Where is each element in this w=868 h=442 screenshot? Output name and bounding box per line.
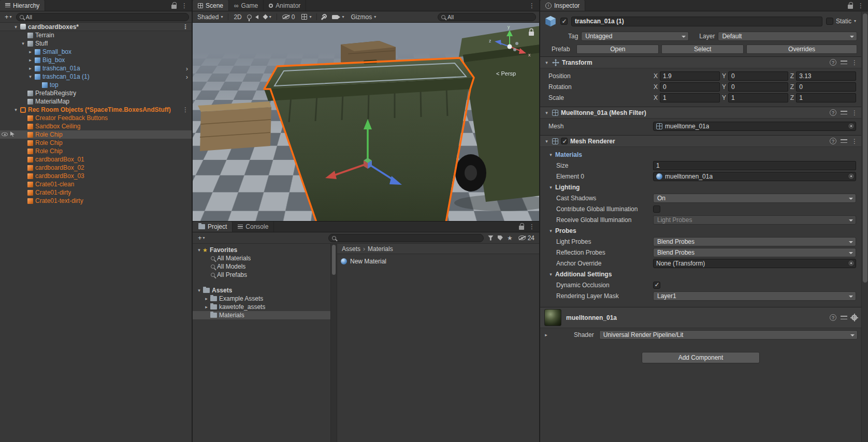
tab-inspector[interactable]: i Inspector [540,0,585,11]
tab-scene[interactable]: Scene [193,0,229,11]
project-search-input[interactable] [338,235,480,241]
anchor-object-field[interactable]: None (Transform) [653,259,856,268]
project-tree-row-kawetofe-assets[interactable]: ▸kawetofe_assets [193,303,330,311]
prefab-open-button[interactable]: Open [576,45,659,54]
hierarchy-row-cardboardboxes[interactable]: ▾cardboardboxes*⋮ [0,23,192,31]
expander-icon[interactable]: ▾ [20,41,26,46]
lighting-foldout[interactable]: ▾ Lighting [540,182,860,193]
panel-menu-icon[interactable]: ⋮ [529,2,535,9]
component-menu-icon[interactable]: ⋮ [851,59,858,66]
panel-menu-icon[interactable]: ⋮ [181,2,187,9]
project-tree-scrollbar[interactable] [330,244,337,442]
hierarchy-row-big-box[interactable]: ▸Big_box [0,56,192,64]
panel-menu-icon[interactable]: ⋮ [529,223,535,230]
project-tree-row-example-assets[interactable]: ▸Example Assets [193,294,330,303]
hierarchy-row-cardboardbox-03[interactable]: cardboardBox_03 [0,172,192,180]
scene-viewport[interactable]: y x z < Persp [193,23,539,221]
asset-list[interactable]: New Material [337,254,539,442]
second-trashcan[interactable] [455,26,539,202]
expander-icon[interactable]: ▸ [27,57,34,63]
rotation-z-input[interactable] [796,82,856,92]
tab-console[interactable]: Console [233,222,274,232]
hierarchy-row-trashcan-01a[interactable]: ▸trashcan_01a› [0,64,192,72]
project-tree-row-materials[interactable]: Materials [193,311,330,319]
pickability-icon[interactable] [10,131,15,137]
mesh-object-field[interactable]: muelltonne_01a [653,122,856,131]
position-z-input[interactable] [796,71,856,81]
expander-icon[interactable]: ▾ [12,24,19,30]
foldout-icon[interactable]: ▾ [544,110,549,115]
create-menu-button[interactable]: +▾ [3,13,14,21]
search-by-type-icon[interactable] [488,235,494,241]
object-picker-icon[interactable] [848,173,855,180]
help-icon[interactable]: ? [830,138,836,144]
rotation-y-input[interactable] [728,82,788,92]
expander-icon[interactable]: ▸ [27,66,34,71]
hierarchy-row-crate01-text-dirty[interactable]: Crate01-text-dirty [0,197,192,205]
static-checkbox[interactable] [826,18,833,25]
help-icon[interactable]: ? [830,59,836,66]
hierarchy-row-crate01-dirty[interactable]: Crate01-dirty [0,188,192,197]
lock-icon[interactable] [171,5,177,9]
gear-icon[interactable] [851,315,857,320]
scene-search[interactable] [438,13,536,21]
component-enabled-checkbox[interactable] [561,138,568,144]
hierarchy-search-input[interactable] [26,14,185,20]
expander-icon[interactable]: ▾ [196,247,202,253]
material-foldout-icon[interactable]: ▸ [543,332,549,337]
cast-shadows-dropdown[interactable]: On [653,194,856,203]
hierarchy-row-role-chip[interactable]: Role Chip [0,130,192,139]
hierarchy-row-prefabregistry[interactable]: PrefabRegistry [0,89,192,97]
hierarchy-row-role-chip[interactable]: Role Chip [0,147,192,155]
lock-icon[interactable] [848,5,853,9]
hidden-objects-toggle[interactable]: 0 [281,13,297,21]
hierarchy-row-terrain[interactable]: Terrain [0,31,192,39]
presets-icon[interactable] [841,138,847,144]
scene-search-input[interactable] [447,14,532,20]
search-by-label-icon[interactable] [498,235,503,241]
component-menu-icon[interactable]: ⋮ [851,109,858,116]
light-probes-dropdown[interactable]: Blend Probes [653,237,856,246]
rotation-x-input[interactable] [660,82,720,92]
tab-animator[interactable]: Animator [264,0,306,11]
help-icon[interactable]: ? [830,109,836,116]
prefab-overrides-button[interactable]: Overrides [746,45,857,54]
hierarchy-row-cardboardbox-02[interactable]: cardboardBox_02 [0,164,192,172]
probes-foldout[interactable]: ▾ Probes [540,225,860,236]
position-x-input[interactable] [660,71,720,81]
create-asset-button[interactable]: +▾ [196,234,207,242]
project-tree-row-all-materials[interactable]: All Materials [193,254,330,262]
tab-game[interactable]: ∞ Game [229,0,264,11]
lock-icon[interactable] [519,226,524,230]
scrollbar-thumb[interactable] [863,13,867,283]
breadcrumb-materials[interactable]: Materials [368,245,393,253]
toggle-2d-button[interactable]: 2D [232,13,243,21]
materials-foldout[interactable]: ▾ Materials [540,149,860,160]
prefab-select-button[interactable]: Select [661,45,744,54]
audio-toggle-icon[interactable] [255,15,258,19]
prefab-enter-chevron[interactable]: › [186,73,192,81]
reflection-probes-dropdown[interactable]: Blend Probes [653,248,856,257]
hierarchy-row-materialmap[interactable]: MaterialMap [0,97,192,106]
hierarchy-row-rec-room-objects-spacetime-boxesandstuff[interactable]: ▾Rec Room Objects (*SpaceTime.BoxesAndSt… [0,106,192,114]
project-tree-row-all-models[interactable]: All Models [193,262,330,271]
row-options-icon[interactable]: ⋮ [182,23,192,31]
additional-settings-foldout[interactable]: ▾ Additional Settings [540,269,860,279]
object-picker-icon[interactable] [848,260,855,267]
scale-z-input[interactable] [796,93,856,102]
materials-size-input[interactable] [653,161,856,170]
wooden-crate[interactable] [198,101,271,151]
scale-y-input[interactable] [728,93,788,102]
row-options-icon[interactable]: ⋮ [182,106,192,113]
scale-x-input[interactable] [660,93,720,102]
project-search[interactable] [328,234,484,242]
expander-icon[interactable]: ▾ [12,107,19,112]
contribute-gi-checkbox[interactable] [653,205,660,213]
component-menu-icon[interactable]: ⋮ [851,138,858,145]
help-icon[interactable]: ? [830,314,836,321]
selected-trashcan[interactable] [264,58,474,221]
breadcrumb-assets[interactable]: Assets [342,245,360,253]
grid-visibility-dropdown[interactable]: ▾ [300,14,313,20]
object-picker-icon[interactable] [848,123,855,129]
hierarchy-row-sandbox-ceiling[interactable]: Sandbox Ceiling [0,122,192,130]
